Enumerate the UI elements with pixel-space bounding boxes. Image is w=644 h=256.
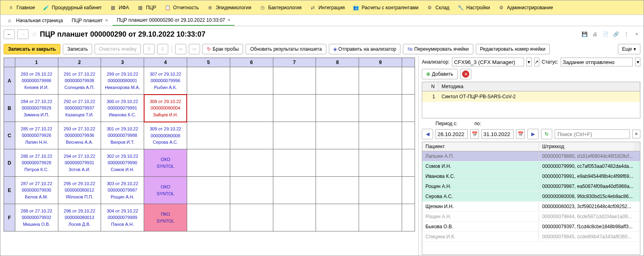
well-A8[interactable] xyxy=(316,67,359,95)
method-row[interactable]: 1 Синтол ОТ-ПЦР-РВ-SARS-CoV-2 xyxy=(422,91,640,102)
well-E3[interactable]: 303 от 29.10.22000000079987Рощин А.Н. xyxy=(101,177,144,204)
row-header[interactable]: F xyxy=(4,204,15,231)
well-A7[interactable] xyxy=(273,67,316,95)
row-header[interactable]: E xyxy=(4,177,15,204)
menu-settings[interactable]: 🔧Настройки xyxy=(454,2,494,13)
well-D2[interactable]: 294 от 27.10.22000000079931Зотов А.И. xyxy=(58,149,101,177)
well-B1[interactable]: 284 от 27.10.22000000079929Зимина И.П. xyxy=(15,95,58,122)
well-F1[interactable]: 288 от 27.10.22000000079932Мишина О.В. xyxy=(15,204,58,231)
well-C3[interactable]: 301 от 29.10.22000000079988Вихров И.Т. xyxy=(101,122,144,149)
menu-main[interactable]: ≡Главное xyxy=(4,2,39,13)
well-D5[interactable] xyxy=(187,149,230,177)
well-D6[interactable] xyxy=(230,149,273,177)
col-header[interactable]: 7 xyxy=(273,58,316,67)
analyzer-input[interactable] xyxy=(452,58,524,66)
well-C5[interactable] xyxy=(187,122,230,149)
period-from-input[interactable] xyxy=(436,129,468,139)
row-header[interactable]: A xyxy=(4,67,15,95)
well-E6[interactable] xyxy=(230,177,273,204)
search-input[interactable] xyxy=(555,129,630,139)
delete-method-button[interactable]: ✕ xyxy=(460,69,471,79)
well-A6[interactable] xyxy=(230,67,273,95)
well-E1[interactable]: 287 от 27.10.22000000079930Белов А.М. xyxy=(15,177,58,204)
menu-integration[interactable]: ⇄Интеграция xyxy=(305,2,349,13)
col-header[interactable]: 4 xyxy=(144,58,187,67)
well-A3[interactable]: 299 от 29.10.22000000080001Никанорова М.… xyxy=(101,67,144,95)
refresh-patients-button[interactable]: ↻ xyxy=(541,129,552,139)
report-icon[interactable]: 📄 xyxy=(602,31,609,38)
well-D1[interactable]: 286 от 27.10.22000000079928Петров К.С. xyxy=(15,149,58,177)
period-next-button[interactable]: ▶ xyxy=(527,129,539,139)
save-button[interactable]: Записать xyxy=(63,44,92,54)
row-header[interactable]: B xyxy=(4,95,15,122)
patient-row[interactable]: Иванова К.С.000000079991, e9ab94544f8b4c… xyxy=(422,171,640,182)
clear-cell-button[interactable]: Очистить ячейку xyxy=(95,44,141,54)
patient-row[interactable]: Щепкин И.Н.000000080023, 3cf59021648c4cf… xyxy=(422,202,640,212)
well-B9[interactable] xyxy=(359,95,402,122)
arrow-right-button[interactable]: ⇨ xyxy=(189,44,200,54)
well-C6[interactable] xyxy=(230,122,273,149)
close-icon[interactable]: × xyxy=(633,31,640,38)
well-B3[interactable]: 300 от 29.10.22000000079991Иванова К.С. xyxy=(101,95,144,122)
well-C7[interactable] xyxy=(273,122,316,149)
well-C1[interactable]: 285 от 27.10.22000000079926Лапин Н.Н. xyxy=(15,122,58,149)
col-header[interactable]: 3 xyxy=(101,58,144,67)
menu-warehouse[interactable]: ⚙Склад xyxy=(423,2,454,13)
col-header[interactable]: 8 xyxy=(316,58,359,67)
well-A2[interactable]: 291 от 27.10.22000000079938Солнцева А.П. xyxy=(58,67,101,95)
kebab-icon[interactable]: ⋮ xyxy=(623,31,630,38)
arrow-left-button[interactable]: ⇦ xyxy=(175,44,186,54)
tab-home[interactable]: ⌂Начальная страница xyxy=(4,15,67,26)
well-D8[interactable] xyxy=(316,149,359,177)
menu-pcr[interactable]: ▦ПЦР xyxy=(133,2,160,13)
period-to-input[interactable] xyxy=(481,129,514,139)
well-F7[interactable] xyxy=(273,204,316,231)
well-C4[interactable]: 309 от 29.10.22000000080008Серова А.С. xyxy=(144,122,187,149)
search-clear-button[interactable]: × xyxy=(632,130,640,138)
well-B6[interactable] xyxy=(230,95,273,122)
well-D4[interactable]: ОКОSYNTOL xyxy=(144,149,187,177)
col-header[interactable]: 1 xyxy=(15,58,58,67)
period-prev-button[interactable]: ◀ xyxy=(422,129,433,139)
send-analyzer-button[interactable]: ◈Отправить на анализатор xyxy=(329,44,401,54)
add-method-button[interactable]: ⊕Добавить xyxy=(422,69,458,79)
star-icon[interactable]: ☆ xyxy=(31,30,37,39)
calendar-to-button[interactable]: 📅 xyxy=(516,129,525,139)
well-A1[interactable]: 283 от 29.10.22000000079986Князев И.И. xyxy=(15,67,58,95)
status-dropdown-button[interactable]: ▾ xyxy=(635,58,640,66)
menu-reports[interactable]: 📋Отчетность xyxy=(160,2,203,13)
well-D7[interactable] xyxy=(273,149,316,177)
well-E8[interactable] xyxy=(316,177,359,204)
well-E9[interactable] xyxy=(359,177,402,204)
well-F9[interactable] xyxy=(359,204,402,231)
calendar-from-button[interactable]: 📅 xyxy=(470,129,479,139)
well-F4[interactable]: ПКОSYNTOL xyxy=(144,204,187,231)
analyzer-dropdown-button[interactable]: ▾ xyxy=(526,58,532,66)
col-header[interactable]: 6 xyxy=(230,58,273,67)
well-F3[interactable]: 304 от 29.10.22000000079989Панов А.Н. xyxy=(101,204,144,231)
well-B2[interactable]: 292 от 27.10.22000000079937Казанцев Т.И. xyxy=(58,95,101,122)
col-header[interactable]: 5 xyxy=(187,58,230,67)
well-F6[interactable] xyxy=(230,204,273,231)
patient-row[interactable]: Рощин А.Н.000000079987, ea50674f09aa40d5… xyxy=(422,182,640,192)
patient-row[interactable]: Спицина И.К.000000079845, ccde8f4b47a343… xyxy=(422,232,640,242)
status-input[interactable] xyxy=(561,58,633,66)
nav-forward-button[interactable]: → xyxy=(17,29,29,39)
col-header[interactable]: 2 xyxy=(58,58,101,67)
well-F8[interactable] xyxy=(316,204,359,231)
patient-row[interactable]: Рощин А.Н.000000079844, 6cde5871dd204ae1… xyxy=(422,212,640,222)
menu-procedure[interactable]: 🧪Процедурный кабинет xyxy=(39,2,106,13)
well-B4[interactable]: 308 от 29.10.22000000080004Зайцев И.Н. xyxy=(144,95,187,122)
well-B5[interactable] xyxy=(187,95,230,122)
well-E7[interactable] xyxy=(273,177,316,204)
well-C8[interactable] xyxy=(316,122,359,149)
more-button[interactable]: Еще ▾ xyxy=(618,44,640,54)
menu-ifa[interactable]: ▦ИФА xyxy=(106,2,133,13)
well-B7[interactable] xyxy=(273,95,316,122)
menu-payments[interactable]: 👥Расчеты с контрагентами xyxy=(349,2,422,13)
well-E4[interactable]: ОКОSYNTOL xyxy=(144,177,187,204)
well-E5[interactable] xyxy=(187,177,230,204)
save-close-button[interactable]: Записать и закрыть xyxy=(4,44,60,54)
tab-pcr-list[interactable]: ПЦР планшет× xyxy=(67,15,112,26)
save-icon[interactable]: 💾 xyxy=(581,31,588,38)
